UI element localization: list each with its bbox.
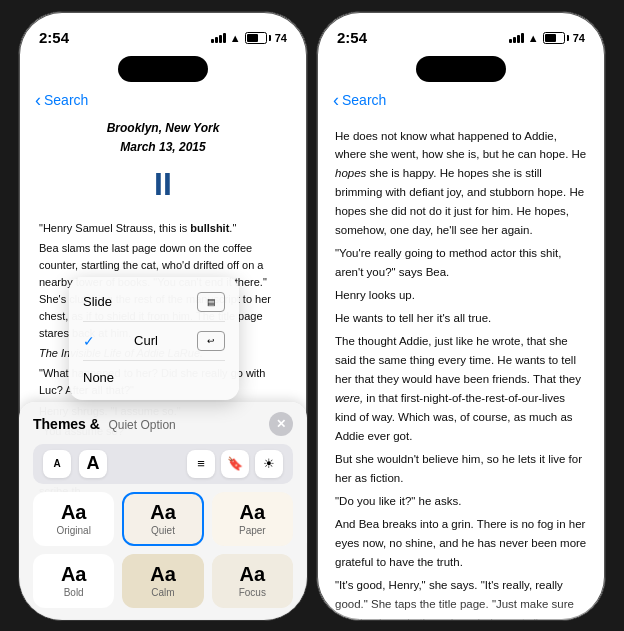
right-status-icons: ▲ 74	[509, 32, 585, 44]
right-back-label: Search	[342, 92, 386, 108]
themes-grid: Aa Original Aa Quiet Aa Paper Aa Bold Aa	[33, 492, 293, 608]
signal-bar-2	[215, 37, 218, 43]
book-location: Brooklyn, New York March 13, 2015	[39, 119, 287, 157]
transition-curl[interactable]: ✓ Curl ↩	[69, 322, 239, 360]
themes-panel: Themes & Quiet Option ✕ A A ≡	[19, 402, 307, 620]
theme-bold-name: Bold	[64, 587, 84, 598]
left-phone: 2:54 ▲ 74	[18, 11, 308, 621]
back-button[interactable]: ‹ Search	[35, 90, 88, 111]
theme-paper[interactable]: Aa Paper	[212, 492, 293, 546]
theme-calm[interactable]: Aa Calm	[122, 554, 203, 608]
right-book-content: He does not know what happened to Addie,…	[317, 119, 605, 621]
right-battery-icon	[543, 32, 569, 44]
left-nav-bar[interactable]: ‹ Search	[19, 86, 307, 119]
check-mark: ✓	[83, 333, 95, 349]
theme-focus-aa: Aa	[240, 564, 266, 584]
right-status-bar: 2:54 ▲ 74	[317, 12, 605, 56]
back-arrow-icon: ‹	[35, 90, 41, 111]
battery-cap	[269, 35, 271, 41]
curl-icon: ↩	[197, 331, 225, 351]
left-status-icons: ▲ 74	[211, 32, 287, 44]
bookmark-button[interactable]: 🔖	[221, 450, 249, 478]
right-wifi-icon: ▲	[528, 32, 539, 44]
eye-icon: ☀	[263, 456, 275, 471]
curl-label: Curl	[134, 333, 158, 348]
font-size-row: A A ≡ 🔖 ☀	[33, 444, 293, 484]
right-battery-label: 74	[573, 32, 585, 44]
slide-label: Slide	[83, 294, 112, 309]
theme-calm-aa: Aa	[150, 564, 176, 584]
theme-focus[interactable]: Aa Focus	[212, 554, 293, 608]
right-back-button[interactable]: ‹ Search	[333, 90, 386, 111]
themes-close-button[interactable]: ✕	[269, 412, 293, 436]
book-chapter: II	[39, 159, 287, 210]
right-phone: 2:54 ▲ 74	[316, 11, 606, 621]
theme-paper-name: Paper	[239, 525, 266, 536]
right-signal-bars	[509, 32, 524, 43]
quiet-option-label: Quiet Option	[108, 418, 175, 432]
font-icons-row: ≡ 🔖 ☀	[187, 450, 283, 478]
left-time: 2:54	[39, 29, 69, 46]
font-icon: ≡	[197, 456, 205, 471]
none-label: None	[83, 370, 114, 385]
left-status-bar: 2:54 ▲ 74	[19, 12, 307, 56]
right-back-arrow-icon: ‹	[333, 90, 339, 111]
signal-bar-3	[219, 35, 222, 43]
theme-original[interactable]: Aa Original	[33, 492, 114, 546]
transition-popup: Slide ▤ ✓ Curl ↩ None	[69, 277, 239, 400]
battery-label: 74	[275, 32, 287, 44]
right-time: 2:54	[337, 29, 367, 46]
theme-quiet[interactable]: Aa Quiet	[122, 492, 203, 546]
right-dynamic-island	[416, 56, 506, 82]
signal-bar-4	[223, 33, 226, 43]
increase-font-button[interactable]: A	[79, 450, 107, 478]
transition-slide[interactable]: Slide ▤	[69, 283, 239, 321]
small-a-label: A	[53, 458, 60, 469]
battery-fill	[247, 34, 259, 42]
battery-icon	[245, 32, 271, 44]
themes-header: Themes & Quiet Option ✕	[33, 412, 293, 436]
theme-bold-aa: Aa	[61, 564, 87, 584]
wifi-icon: ▲	[230, 32, 241, 44]
decrease-font-button[interactable]: A	[43, 450, 71, 478]
themes-title: Themes & Quiet Option	[33, 415, 176, 433]
theme-bold[interactable]: Aa Bold	[33, 554, 114, 608]
transition-none[interactable]: None	[69, 361, 239, 394]
bookmark-icon: 🔖	[227, 456, 243, 471]
font-style-button[interactable]: ≡	[187, 450, 215, 478]
theme-paper-aa: Aa	[240, 502, 266, 522]
theme-calm-name: Calm	[151, 587, 174, 598]
right-nav-bar[interactable]: ‹ Search	[317, 86, 605, 119]
theme-original-name: Original	[56, 525, 90, 536]
theme-focus-name: Focus	[239, 587, 266, 598]
theme-original-aa: Aa	[61, 502, 87, 522]
display-options-button[interactable]: ☀	[255, 450, 283, 478]
dynamic-island	[118, 56, 208, 82]
themes-label: Themes &	[33, 416, 100, 432]
back-label: Search	[44, 92, 88, 108]
book-header: Brooklyn, New York March 13, 2015 II	[39, 119, 287, 211]
theme-quiet-aa: Aa	[150, 502, 176, 522]
signal-bar-1	[211, 39, 214, 43]
signal-bars	[211, 32, 226, 43]
phones-container: 2:54 ▲ 74	[10, 3, 614, 629]
large-a-label: A	[87, 453, 100, 474]
theme-quiet-name: Quiet	[151, 525, 175, 536]
slide-icon: ▤	[197, 292, 225, 312]
